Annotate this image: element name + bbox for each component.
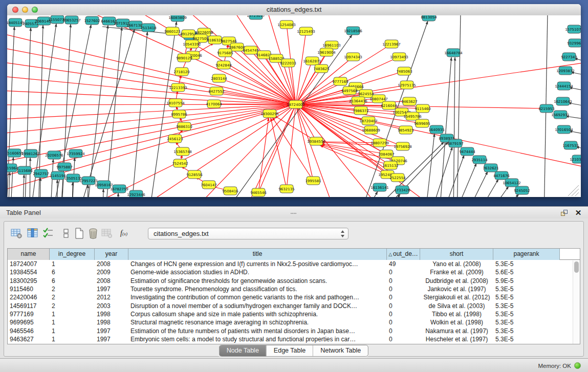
graph-node[interactable]: 19756928	[394, 142, 412, 150]
graph-node[interactable]: 19981267	[21, 149, 40, 158]
graph-node[interactable]: 1640935	[428, 125, 444, 134]
graph-node[interactable]: 1167533	[562, 141, 578, 149]
graph-node[interactable]: 9474444	[459, 147, 475, 156]
window-minimize-button[interactable]	[22, 7, 28, 13]
graph-node[interactable]: 12093832	[556, 67, 575, 75]
graph-node[interactable]: 21364436	[349, 97, 367, 105]
graph-node[interactable]: 8813054	[421, 15, 437, 21]
graph-node[interactable]: 7485063	[396, 67, 412, 75]
function-builder-button[interactable]: f(x)	[117, 227, 130, 240]
graph-node[interactable]: 25160659	[7, 149, 24, 157]
graph-node[interactable]: 17016504	[555, 125, 573, 134]
delete-table-button[interactable]	[100, 227, 114, 240]
col-header-year[interactable]: year	[95, 249, 128, 260]
graph-node[interactable]: 1995581	[305, 177, 321, 185]
graph-node[interactable]: 16083809	[168, 15, 187, 21]
graph-node[interactable]: 12213393	[169, 83, 187, 92]
graph-node[interactable]: 7986372	[353, 106, 368, 115]
graph-node[interactable]: 8995786	[171, 110, 187, 118]
table-row[interactable]: 969969511998Structural magnetic resonanc…	[8, 318, 580, 326]
graph-node[interactable]: 6497568	[341, 86, 357, 95]
graph-node[interactable]: 19384554	[307, 137, 325, 145]
new-table-button[interactable]	[73, 227, 86, 240]
graph-node[interactable]: 1145194	[50, 171, 66, 180]
column-visibility-button[interactable]	[26, 227, 39, 240]
table-row[interactable]: 977716911998Corpus callosum shape and si…	[8, 310, 580, 318]
graph-node[interactable]: 6879197	[447, 139, 463, 147]
graph-node[interactable]: 9245052	[514, 186, 530, 194]
graph-node[interactable]: 9975887	[56, 163, 72, 171]
graph-node[interactable]: 16210643	[554, 97, 572, 105]
graph-node[interactable]: 6216044	[381, 101, 397, 110]
graph-node[interactable]: 18300295	[260, 110, 279, 118]
table-row[interactable]: 1830029562008Estimation of significance …	[8, 277, 580, 285]
graph-node[interactable]: 15751074	[565, 25, 581, 33]
selection-mode-button[interactable]	[59, 227, 73, 240]
scrollbar-thumb[interactable]	[574, 261, 579, 273]
graph-node[interactable]: 20206576	[45, 151, 63, 159]
graph-node[interactable]: 15723017	[247, 15, 265, 19]
graph-node[interactable]: 18720407	[359, 117, 378, 125]
graph-node[interactable]: 12103416	[570, 155, 581, 163]
graph-node[interactable]: 9128556	[186, 170, 203, 179]
graph-node[interactable]: 10974343	[344, 53, 362, 61]
graph-node[interactable]: 4170064	[206, 100, 222, 108]
graph-node[interactable]: 19619004	[317, 48, 336, 56]
col-header-in-degree[interactable]: in_degree	[50, 249, 95, 260]
graph-node[interactable]: 10654122	[503, 179, 521, 187]
window-zoom-button[interactable]	[32, 7, 38, 13]
graph-node[interactable]: 1115686	[16, 166, 33, 174]
graph-node[interactable]: 2718120	[173, 68, 189, 76]
graph-node[interactable]: 9242848	[215, 61, 231, 69]
table-row[interactable]: 1938455462009Genome-wide association stu…	[8, 268, 580, 276]
graph-node[interactable]: 7483625	[313, 64, 329, 73]
graph-node[interactable]: 2522554	[389, 173, 406, 182]
graph-node[interactable]: 8215953	[538, 104, 554, 113]
graph-node[interactable]: 9329966	[567, 39, 581, 47]
graph-node[interactable]: 12975135	[398, 81, 416, 89]
graph-node[interactable]: 18107554	[166, 99, 185, 107]
graph-node[interactable]: 9854923	[398, 126, 413, 134]
graph-node[interactable]: 9890129	[176, 54, 192, 62]
graph-node[interactable]: 12125493	[297, 27, 315, 35]
graph-node[interactable]: 9465546	[250, 188, 267, 196]
col-header-out-degree[interactable]: △out_de…	[387, 249, 420, 260]
graph-node[interactable]: 17359924	[67, 149, 85, 158]
col-header-pagerank[interactable]: pagerank	[493, 249, 560, 260]
table-row[interactable]: 2242004622012Investigating the contribut…	[8, 293, 580, 301]
table-row[interactable]: 911546021997Tourette syndrome. Phenomeno…	[8, 285, 580, 293]
graph-node[interactable]: 7632621	[483, 164, 498, 172]
graph-node[interactable]: 9699695	[414, 119, 430, 127]
graph-node[interactable]: 2456123	[167, 135, 183, 143]
close-panel-button[interactable]: ✕	[574, 208, 583, 217]
graph-node[interactable]: 9777169	[332, 77, 348, 85]
panel-divider-grip[interactable]	[291, 207, 298, 210]
graph-node[interactable]: 12923446	[127, 190, 145, 197]
graph-node[interactable]: 10688609	[362, 126, 380, 134]
graph-node[interactable]: 9508416	[222, 187, 238, 195]
graph-node[interactable]: 9227343	[561, 53, 577, 61]
graph-node[interactable]: 18807299	[371, 139, 389, 147]
tab-edge-table[interactable]: Edge Table	[266, 345, 313, 356]
graph-node[interactable]: 10653257	[62, 16, 81, 24]
graph-node[interactable]: 16136141	[371, 183, 389, 191]
table-scrollbar[interactable]	[573, 260, 580, 344]
graph-node[interactable]: 15692931	[551, 111, 570, 119]
graph-node[interactable]: 9886310	[176, 122, 192, 130]
col-header-name[interactable]: name	[8, 249, 50, 260]
graph-node[interactable]: 1733426	[394, 186, 410, 194]
graph-hub-node[interactable]: 18724007	[287, 100, 305, 108]
network-view-window[interactable]: citations_edges.txt 18405145240557242	[7, 4, 581, 197]
graph-node[interactable]: 9463627	[401, 97, 417, 105]
graph-node[interactable]: 2935114	[471, 156, 488, 164]
graph-node[interactable]: 16782759	[110, 185, 128, 193]
delete-column-button[interactable]	[86, 227, 100, 240]
table-row[interactable]: 1456911722003Disruption of a novel membe…	[8, 301, 580, 310]
table-options-button[interactable]	[10, 227, 23, 240]
graph-node[interactable]: 16162871	[303, 57, 321, 65]
resize-grip-icon[interactable]	[568, 185, 579, 196]
table-row[interactable]: 1872400712008Changes of HCN gene express…	[8, 260, 580, 268]
graph-node[interactable]: 7513418	[140, 24, 156, 32]
graph-node[interactable]: 8222033	[280, 59, 296, 67]
graph-node[interactable]: 8427552	[208, 87, 224, 95]
